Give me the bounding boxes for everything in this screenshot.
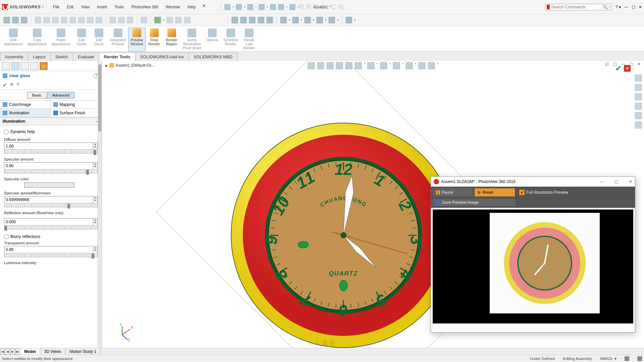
taskpane-library-icon[interactable] bbox=[635, 84, 642, 91]
view-tool-4[interactable] bbox=[258, 17, 264, 23]
illumination-section-header[interactable]: Illumination︿ bbox=[0, 117, 102, 125]
last-tab-icon[interactable]: ▶| bbox=[15, 349, 20, 355]
tool-icon-15[interactable] bbox=[141, 17, 147, 23]
zoom-area-icon[interactable] bbox=[317, 62, 324, 69]
tool-icon-3[interactable] bbox=[21, 17, 28, 23]
dynamic-help-check[interactable] bbox=[4, 130, 8, 134]
tool-icon-5[interactable] bbox=[43, 17, 50, 23]
status-icon-2[interactable] bbox=[637, 356, 642, 361]
minimize-icon[interactable]: — bbox=[624, 5, 628, 9]
taskpane-appearance-icon[interactable] bbox=[635, 112, 642, 119]
menu-insert[interactable]: Insert bbox=[94, 3, 111, 11]
pv-minimize-icon[interactable]: — bbox=[600, 179, 604, 184]
vp-close-icon[interactable]: ✕ bbox=[637, 62, 642, 66]
basic-mode[interactable]: Basic bbox=[27, 92, 47, 99]
confirm-ok-icon[interactable]: ✔ bbox=[615, 64, 622, 73]
vp-collapse-icon[interactable]: ◱ bbox=[605, 62, 610, 66]
section-view-icon[interactable] bbox=[336, 62, 343, 69]
rebuild-icon[interactable] bbox=[278, 4, 284, 10]
zoom-fit-icon[interactable] bbox=[308, 62, 315, 69]
prev-view-icon[interactable] bbox=[326, 62, 334, 69]
tool-icon-2[interactable] bbox=[12, 17, 19, 23]
blur-down-icon[interactable]: ▼ bbox=[93, 199, 97, 202]
blurry-reflections-check[interactable] bbox=[4, 235, 8, 239]
ribbon-preview[interactable]: PreviewWindow bbox=[128, 27, 145, 52]
feature-tree-tab-icon[interactable] bbox=[2, 62, 10, 70]
menu-view[interactable]: View bbox=[78, 3, 93, 11]
taskpane-home-icon[interactable] bbox=[635, 74, 642, 82]
orientation-triad[interactable]: X Y Z bbox=[115, 323, 133, 341]
config-tab-icon[interactable] bbox=[21, 62, 29, 70]
status-icon-1[interactable] bbox=[625, 356, 629, 361]
tab-evaluate[interactable]: Evaluate bbox=[73, 53, 99, 61]
specular-color-swatch[interactable] bbox=[24, 182, 74, 188]
pv-pause-button[interactable]: Pause bbox=[433, 188, 473, 196]
accept-icon[interactable]: ✔ bbox=[3, 82, 7, 88]
view-tool-8[interactable] bbox=[304, 17, 311, 23]
help-icon[interactable]: ? ▾ bbox=[615, 5, 621, 9]
tool-icon-16[interactable] bbox=[154, 17, 161, 23]
specular-up-icon[interactable]: ▲ bbox=[93, 163, 97, 165]
clock-model[interactable]: 121 23 45 67 89 1011 CHUANGRONG QUARTZ bbox=[229, 121, 458, 348]
appearance-tab-icon[interactable] bbox=[40, 62, 48, 70]
blur-up-icon[interactable]: ▲ bbox=[93, 196, 97, 199]
open-icon[interactable] bbox=[236, 4, 242, 10]
options-icon[interactable] bbox=[289, 4, 296, 10]
specular-down-icon[interactable]: ▼ bbox=[93, 165, 97, 168]
pin-menu-icon[interactable]: ★ bbox=[202, 3, 206, 11]
photo-capture-icon[interactable] bbox=[3, 17, 10, 23]
confirm-cancel-icon[interactable]: ✕ bbox=[624, 65, 631, 72]
trans-up-icon[interactable]: ▲ bbox=[93, 246, 97, 249]
tool-icon-18[interactable] bbox=[175, 17, 182, 23]
tab-solidworks-add-ins[interactable]: SOLIDWORKS Add-Ins bbox=[135, 53, 189, 61]
refl-up-icon[interactable]: ▲ bbox=[93, 219, 97, 221]
subtab-mapping[interactable]: Mapping bbox=[50, 100, 101, 109]
view-tool-b-icon[interactable] bbox=[428, 62, 435, 69]
reject-icon[interactable]: ✕ bbox=[10, 82, 14, 88]
blur-input[interactable] bbox=[4, 196, 93, 203]
search-commands[interactable]: 🔍▾ bbox=[545, 4, 612, 10]
tool-icon-10[interactable] bbox=[87, 17, 94, 23]
view-tool-10[interactable] bbox=[328, 17, 335, 23]
view-tool-2[interactable] bbox=[240, 17, 247, 23]
advanced-mode[interactable]: Advanced bbox=[47, 92, 74, 99]
prev-tab-icon[interactable]: ◀ bbox=[5, 349, 10, 355]
menu-window[interactable]: Window bbox=[162, 3, 183, 11]
view-tool-3[interactable] bbox=[249, 17, 256, 23]
tool-icon-11[interactable] bbox=[96, 17, 102, 23]
display-style-icon[interactable] bbox=[355, 62, 362, 69]
panel-scrollbar[interactable] bbox=[98, 61, 102, 348]
status-units[interactable]: MMGS ▾ bbox=[600, 356, 616, 361]
apply-scene-icon[interactable] bbox=[393, 62, 400, 69]
refl-slider[interactable] bbox=[4, 226, 98, 230]
tab-assembly[interactable]: Assembly bbox=[0, 53, 28, 61]
tool-icon-13[interactable] bbox=[118, 17, 125, 23]
ribbon-render[interactable]: RenderRegion bbox=[163, 28, 180, 51]
print-icon[interactable] bbox=[259, 4, 265, 10]
pv-reset-button[interactable]: Reset bbox=[475, 188, 515, 196]
taskpane-view-icon[interactable] bbox=[635, 103, 642, 110]
menu-file[interactable]: File bbox=[50, 3, 63, 11]
tool-icon-17[interactable] bbox=[166, 17, 173, 23]
first-tab-icon[interactable]: |◀ bbox=[0, 349, 5, 355]
view-tool-7[interactable] bbox=[292, 17, 299, 23]
undo-icon[interactable] bbox=[270, 4, 276, 10]
blur-slider[interactable] bbox=[4, 204, 98, 207]
tab-sketch[interactable]: Sketch bbox=[50, 53, 73, 61]
menu-photoview[interactable]: PhotoView 360 bbox=[128, 3, 162, 11]
trans-input[interactable] bbox=[4, 246, 93, 253]
pv-close-icon[interactable]: ✕ bbox=[629, 179, 632, 184]
bottom-tab-3d-views[interactable]: 3D Views bbox=[40, 349, 65, 355]
new-icon[interactable] bbox=[224, 4, 230, 10]
edit-appearance-icon[interactable] bbox=[380, 62, 387, 69]
taskpane-search-icon[interactable] bbox=[635, 93, 642, 101]
bottom-tab-model[interactable]: Model bbox=[20, 349, 40, 355]
save-icon[interactable] bbox=[247, 4, 253, 10]
view-tool-6[interactable] bbox=[280, 17, 287, 23]
search-icon[interactable]: 🔍 bbox=[603, 5, 608, 9]
monitor-icon[interactable] bbox=[345, 17, 352, 23]
tool-icon-12[interactable] bbox=[109, 17, 116, 23]
tab-layout[interactable]: Layout bbox=[28, 53, 51, 61]
view-tool-a-icon[interactable] bbox=[418, 62, 426, 69]
close-icon[interactable]: ✕ bbox=[639, 5, 642, 9]
